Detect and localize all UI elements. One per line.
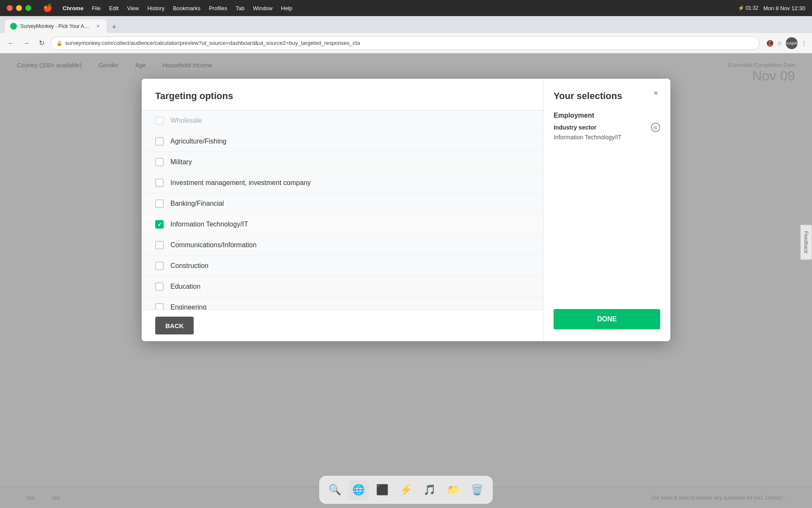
list-item[interactable]: Information Technology/IT <box>142 214 543 235</box>
camera-off-icon: 📵 <box>766 40 774 47</box>
checkbox-comms[interactable] <box>155 241 164 249</box>
list-item[interactable]: Communications/Information <box>142 235 543 256</box>
checkbox-label-military: Military <box>170 158 192 166</box>
battery-indicator: ⚡ 01:32 <box>738 5 758 11</box>
checkbox-label-wholesale: Wholesale <box>170 117 202 124</box>
dock: 🔍 🌐 ⬛ ⚡ 🎵 📁 🗑️ <box>319 476 493 504</box>
checkbox-banking[interactable] <box>155 199 164 208</box>
menubar-bookmarks[interactable]: Bookmarks <box>173 5 200 11</box>
lock-icon: 🔒 <box>56 40 63 46</box>
checkbox-label-engineering: Engineering <box>170 304 206 309</box>
dock-lightning[interactable]: ⚡ <box>396 480 416 500</box>
browser-tab[interactable]: SurveyMonkey - Pick Your Aud... × <box>5 19 107 33</box>
menubar-help[interactable]: Help <box>281 5 293 11</box>
checkbox-label-education: Education <box>170 283 200 290</box>
checkbox-label-comms: Communications/Information <box>170 241 257 249</box>
menubar-file[interactable]: File <box>92 5 101 11</box>
checkbox-label-banking: Banking/Financial <box>170 200 224 207</box>
checkbox-construction[interactable] <box>155 262 164 270</box>
selection-category-employment: Employment <box>554 112 660 119</box>
checkbox-it[interactable] <box>155 220 164 229</box>
list-item[interactable]: Banking/Financial <box>142 193 543 214</box>
traffic-lights <box>7 5 31 11</box>
dock-music[interactable]: 🎵 <box>420 480 440 500</box>
selections-title: Your selections <box>554 91 660 102</box>
checkbox-investment[interactable] <box>155 179 164 187</box>
page-background: Country (100+ available) Gender Age Hous… <box>0 53 812 508</box>
profile-btn[interactable]: Incognito <box>786 37 798 49</box>
apple-menu[interactable]: 🍎 <box>43 3 52 13</box>
menubar-right: ⚡ 01:32 Mon 8 Nov 12:30 <box>738 5 805 11</box>
checkbox-military[interactable] <box>155 158 164 166</box>
address-bar: ← → ↻ 🔒 surveymonkey.com/collect/audienc… <box>0 33 812 53</box>
tab-close-btn[interactable]: × <box>95 23 102 30</box>
list-item[interactable]: Agriculture/Fishing <box>142 131 543 152</box>
tab-bar: SurveyMonkey - Pick Your Aud... × + <box>0 16 812 33</box>
menubar-tab[interactable]: Tab <box>236 5 244 11</box>
checkbox-label-it: Information Technology/IT <box>170 221 248 228</box>
star-icon[interactable]: ☆ <box>777 40 782 47</box>
feedback-label: Feedback <box>803 231 809 254</box>
system-clock: Mon 8 Nov 12:30 <box>763 5 805 11</box>
modal-right-panel: Your selections Employment Industry sect… <box>543 79 670 341</box>
checkbox-agriculture[interactable] <box>155 137 164 146</box>
menubar-edit[interactable]: Edit <box>109 5 118 11</box>
modal-footer: BACK <box>142 309 543 341</box>
list-item[interactable]: Military <box>142 152 543 173</box>
selection-section-employment: Employment Industry sector ⊗ Information… <box>554 112 660 141</box>
checkbox-label-investment: Investment management, investment compan… <box>170 179 311 187</box>
done-button[interactable]: DONE <box>554 309 660 329</box>
dock-folder[interactable]: 📁 <box>443 480 464 500</box>
close-window-btn[interactable] <box>7 5 13 11</box>
selection-item-row: Industry sector ⊗ <box>554 123 660 132</box>
menu-icon[interactable]: ⋮ <box>801 40 807 47</box>
browser-window: SurveyMonkey - Pick Your Aud... × + ← → … <box>0 16 812 508</box>
checkbox-engineering[interactable] <box>155 303 164 309</box>
tab-favicon <box>10 23 17 30</box>
modal-overlay: × Targeting options Wholesale Agricultur… <box>0 53 812 508</box>
reload-btn[interactable]: ↻ <box>36 37 47 49</box>
list-item[interactable]: Construction <box>142 256 543 276</box>
selection-item-industry-value: Information Technology/IT <box>554 134 660 141</box>
targeting-modal: × Targeting options Wholesale Agricultur… <box>142 79 670 341</box>
back-nav-btn[interactable]: ← <box>5 37 17 49</box>
list-item[interactable]: Education <box>142 276 543 297</box>
feedback-tab[interactable]: Feedback <box>801 225 812 260</box>
dock-finder[interactable]: 🔍 <box>325 480 345 500</box>
dock-trash[interactable]: 🗑️ <box>467 480 487 500</box>
checkbox-label-construction: Construction <box>170 262 208 270</box>
new-tab-btn[interactable]: + <box>108 21 120 33</box>
dock-chrome[interactable]: 🌐 <box>348 480 369 500</box>
back-button[interactable]: BACK <box>155 317 194 334</box>
checkbox-education[interactable] <box>155 282 164 291</box>
address-icons: 📵 ☆ Incognito ⋮ <box>766 37 807 49</box>
menubar-chrome[interactable]: Chrome <box>63 5 83 11</box>
modal-close-btn[interactable]: × <box>650 87 662 99</box>
list-item[interactable]: Wholesale <box>142 110 543 131</box>
list-item[interactable]: Engineering <box>142 297 543 309</box>
checkbox-wholesale[interactable] <box>155 116 164 125</box>
maximize-window-btn[interactable] <box>25 5 31 11</box>
modal-left-panel: Targeting options Wholesale Agriculture/… <box>142 79 543 341</box>
checkbox-label-agriculture: Agriculture/Fishing <box>170 138 227 145</box>
menubar-view[interactable]: View <box>127 5 139 11</box>
address-input[interactable]: 🔒 surveymonkey.com/collect/audience/calc… <box>51 36 760 50</box>
dock-terminal[interactable]: ⬛ <box>372 480 392 500</box>
selection-item-industry-label: Industry sector <box>554 124 596 131</box>
list-item[interactable]: Investment management, investment compan… <box>142 173 543 193</box>
selection-remove-btn[interactable]: ⊗ <box>651 123 660 132</box>
minimize-window-btn[interactable] <box>16 5 22 11</box>
menubar-profiles[interactable]: Profiles <box>209 5 227 11</box>
menubar-history[interactable]: History <box>147 5 164 11</box>
tab-title: SurveyMonkey - Pick Your Aud... <box>20 23 91 29</box>
menubar-window[interactable]: Window <box>253 5 272 11</box>
modal-title: Targeting options <box>142 79 543 110</box>
menubar: 🍎 Chrome File Edit View History Bookmark… <box>0 0 812 16</box>
checkbox-list: Wholesale Agriculture/Fishing Military <box>142 110 543 309</box>
url-text: surveymonkey.com/collect/audience/calcul… <box>65 40 754 46</box>
forward-nav-btn[interactable]: → <box>20 37 32 49</box>
